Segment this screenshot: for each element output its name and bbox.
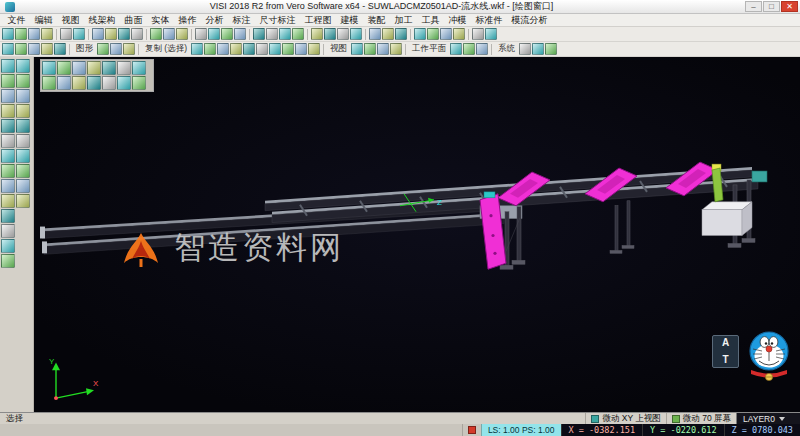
view-iso-icon[interactable] bbox=[292, 28, 304, 40]
view-right-quick-icon[interactable] bbox=[87, 61, 101, 75]
draw-line-icon[interactable] bbox=[1, 74, 15, 88]
view-zoom-icon[interactable] bbox=[364, 43, 376, 55]
menu-item[interactable]: 建模 bbox=[336, 14, 363, 27]
view-side-icon[interactable] bbox=[279, 28, 291, 40]
settings-icon[interactable] bbox=[472, 28, 484, 40]
draw-arc-icon[interactable] bbox=[1, 89, 15, 103]
view-rotate-icon[interactable] bbox=[377, 43, 389, 55]
cut-icon[interactable] bbox=[92, 28, 104, 40]
draw-text-icon[interactable] bbox=[1, 179, 15, 193]
wireframe-icon[interactable] bbox=[427, 28, 439, 40]
delete-icon[interactable] bbox=[131, 28, 143, 40]
fillet-icon[interactable] bbox=[1, 209, 15, 223]
dimension-icon[interactable] bbox=[382, 28, 394, 40]
solid-sweep-icon[interactable] bbox=[16, 89, 30, 103]
workplane-icon[interactable] bbox=[324, 28, 336, 40]
extend-icon[interactable] bbox=[1, 254, 15, 268]
solid-shell-icon[interactable] bbox=[16, 119, 30, 133]
zoom-extents-icon[interactable] bbox=[72, 76, 86, 90]
boolean-union-icon[interactable] bbox=[16, 134, 30, 148]
solid-pattern-icon[interactable] bbox=[16, 179, 30, 193]
shade-icon[interactable] bbox=[414, 28, 426, 40]
solid-draft-icon[interactable] bbox=[16, 194, 30, 208]
snap-mode-toggle[interactable]: 微动 XY 上视图 bbox=[585, 413, 665, 424]
measure-icon[interactable] bbox=[369, 28, 381, 40]
copy-scale-icon[interactable] bbox=[230, 43, 242, 55]
paste-icon[interactable] bbox=[118, 28, 130, 40]
mask-points-icon[interactable] bbox=[2, 43, 14, 55]
view-top-quick-icon[interactable] bbox=[57, 61, 71, 75]
menu-item[interactable]: 操作 bbox=[174, 14, 201, 27]
workplane-entity-icon[interactable] bbox=[476, 43, 488, 55]
entity-layer-icon[interactable] bbox=[110, 43, 122, 55]
zoom-fit-icon[interactable] bbox=[208, 28, 220, 40]
chamfer-icon[interactable] bbox=[1, 224, 15, 238]
hatch-icon[interactable] bbox=[1, 194, 15, 208]
system-settings-icon[interactable] bbox=[519, 43, 531, 55]
draw-spline-icon[interactable] bbox=[1, 149, 15, 163]
align-entities-icon[interactable] bbox=[295, 43, 307, 55]
menu-item[interactable]: 工具 bbox=[417, 14, 444, 27]
menu-item[interactable]: 视图 bbox=[57, 14, 84, 27]
wireframe-mode-icon[interactable] bbox=[132, 76, 146, 90]
menu-item[interactable]: 标准件 bbox=[471, 14, 507, 27]
zoom-window-icon[interactable] bbox=[195, 28, 207, 40]
boolean-subtract-icon[interactable] bbox=[16, 149, 30, 163]
menu-item[interactable]: 文件 bbox=[3, 14, 30, 27]
menu-item[interactable]: 加工 bbox=[390, 14, 417, 27]
project-entities-icon[interactable] bbox=[308, 43, 320, 55]
3d-viewport[interactable]: Z Y X 智 bbox=[0, 57, 800, 412]
menu-item[interactable]: 尺寸标注 bbox=[255, 14, 300, 27]
solid-extrude-icon[interactable] bbox=[16, 59, 30, 73]
entity-style-icon[interactable] bbox=[123, 43, 135, 55]
rotate-view-icon[interactable] bbox=[87, 76, 101, 90]
grid-icon[interactable] bbox=[337, 28, 349, 40]
copy-mirror-icon[interactable] bbox=[217, 43, 229, 55]
view-refresh-icon[interactable] bbox=[351, 43, 363, 55]
view-front-quick-icon[interactable] bbox=[72, 61, 86, 75]
control-box[interactable] bbox=[702, 202, 752, 236]
system-macro-icon[interactable] bbox=[545, 43, 557, 55]
pan-view-icon[interactable] bbox=[102, 76, 116, 90]
layer-selector[interactable]: LAYER0 bbox=[736, 413, 800, 424]
pointer-select-icon[interactable] bbox=[1, 59, 15, 73]
copy-offset-icon[interactable] bbox=[243, 43, 255, 55]
workplane-standard-icon[interactable] bbox=[450, 43, 462, 55]
minimize-button[interactable]: – bbox=[745, 1, 762, 12]
view-axonometric-icon[interactable] bbox=[42, 61, 56, 75]
layers-icon[interactable] bbox=[311, 28, 323, 40]
mask-surfaces-icon[interactable] bbox=[28, 43, 40, 55]
menu-item[interactable]: 曲面 bbox=[120, 14, 147, 27]
copy-array-icon[interactable] bbox=[256, 43, 268, 55]
help-icon[interactable] bbox=[485, 28, 497, 40]
solid-hole-icon[interactable] bbox=[16, 164, 30, 178]
draw-circle-icon[interactable] bbox=[1, 104, 15, 118]
new-file-icon[interactable] bbox=[2, 28, 14, 40]
menu-item[interactable]: 编辑 bbox=[30, 14, 57, 27]
shaded-mode-icon[interactable] bbox=[117, 76, 131, 90]
view-bottom-quick-icon[interactable] bbox=[132, 61, 146, 75]
solid-loft-icon[interactable] bbox=[16, 104, 30, 118]
mask-all-icon[interactable] bbox=[54, 43, 66, 55]
zoom-out-icon[interactable] bbox=[57, 76, 71, 90]
entity-color-icon[interactable] bbox=[97, 43, 109, 55]
draw-point-icon[interactable] bbox=[1, 164, 15, 178]
trim-icon[interactable] bbox=[1, 239, 15, 253]
menu-item[interactable]: 实体 bbox=[147, 14, 174, 27]
view-back-quick-icon[interactable] bbox=[117, 61, 131, 75]
motor-block[interactable] bbox=[752, 171, 767, 182]
view-top-icon[interactable] bbox=[253, 28, 265, 40]
redo-icon[interactable] bbox=[73, 28, 85, 40]
menu-item[interactable]: 模流分析 bbox=[507, 14, 552, 27]
menu-item[interactable]: 分析 bbox=[201, 14, 228, 27]
solid-revolve-icon[interactable] bbox=[16, 74, 30, 88]
workplane-3points-icon[interactable] bbox=[463, 43, 475, 55]
close-button[interactable]: ✕ bbox=[781, 1, 798, 12]
view-left-quick-icon[interactable] bbox=[102, 61, 116, 75]
draw-polyline-icon[interactable] bbox=[1, 134, 15, 148]
copy-translate-icon[interactable] bbox=[191, 43, 203, 55]
select-icon[interactable] bbox=[150, 28, 162, 40]
menu-item[interactable]: 标注 bbox=[228, 14, 255, 27]
pan-icon[interactable] bbox=[234, 28, 246, 40]
view-cube-widget[interactable]: A T bbox=[712, 335, 739, 368]
